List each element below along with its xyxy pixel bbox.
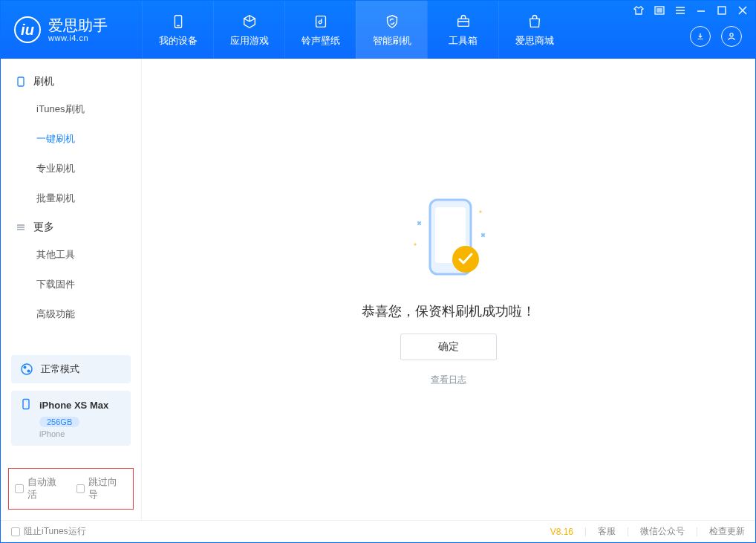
sidebar-item-itunes-flash[interactable]: iTunes刷机: [1, 94, 141, 124]
sidebar-section-flash: 刷机: [1, 68, 141, 94]
checkbox-icon: [11, 527, 20, 536]
svg-point-15: [730, 33, 733, 36]
checkbox-auto-activate[interactable]: 自动激活: [15, 476, 66, 501]
user-icon[interactable]: [721, 26, 742, 47]
app-subtitle: www.i4.cn: [48, 33, 108, 42]
svg-point-20: [22, 364, 32, 374]
svg-rect-2: [316, 16, 325, 27]
nav-smart-flash[interactable]: 智能刷机: [356, 1, 427, 59]
view-log-link[interactable]: 查看日志: [431, 374, 466, 386]
success-message: 恭喜您，保资料刷机成功啦！: [362, 302, 535, 320]
download-icon[interactable]: [690, 26, 711, 47]
sidebar: 刷机 iTunes刷机 一键刷机 专业刷机 批量刷机 更多 其他工具 下载固件 …: [1, 59, 142, 520]
success-illustration: [400, 192, 497, 289]
maximize-icon[interactable]: [717, 5, 727, 16]
nav-store[interactable]: 爱思商城: [498, 1, 570, 59]
device-icon: [169, 12, 188, 31]
list-icon[interactable]: [654, 5, 665, 16]
device-name: iPhone XS Max: [39, 400, 108, 411]
sidebar-item-one-click-flash[interactable]: 一键刷机: [1, 124, 141, 154]
svg-point-22: [27, 370, 30, 373]
header-right-icons: [690, 26, 742, 47]
sidebar-item-batch-flash[interactable]: 批量刷机: [1, 183, 141, 213]
sidebar-item-download-firmware[interactable]: 下载固件: [1, 270, 141, 299]
status-bar: 阻止iTunes运行 V8.16 客服 微信公众号 检查更新: [1, 520, 755, 542]
app-window: iu 爱思助手 www.i4.cn 我的设备 应用游戏 铃声壁纸 智能刷机: [0, 0, 756, 543]
shopping-bag-icon: [525, 12, 544, 31]
version-label: V8.16: [550, 527, 573, 537]
checkbox-block-itunes[interactable]: 阻止iTunes运行: [11, 525, 86, 538]
device-mode-card[interactable]: 正常模式: [11, 355, 131, 383]
device-card[interactable]: iPhone XS Max 256GB iPhone: [11, 391, 131, 446]
nav-apps-games[interactable]: 应用游戏: [213, 1, 284, 59]
app-title: 爱思助手: [48, 17, 108, 33]
device-type: iPhone: [39, 429, 122, 438]
toolbox-icon: [454, 12, 473, 31]
menu-icon[interactable]: [675, 5, 685, 16]
header: iu 爱思助手 www.i4.cn 我的设备 应用游戏 铃声壁纸 智能刷机: [1, 1, 755, 59]
cube-icon: [240, 12, 259, 31]
sidebar-section-more: 更多: [1, 213, 141, 240]
body: 刷机 iTunes刷机 一键刷机 专业刷机 批量刷机 更多 其他工具 下载固件 …: [1, 59, 755, 520]
svg-rect-23: [23, 400, 29, 409]
refresh-shield-icon: [382, 12, 402, 31]
phone-small-icon: [20, 398, 32, 412]
shirt-icon[interactable]: [633, 5, 644, 16]
sidebar-item-other-tools[interactable]: 其他工具: [1, 240, 141, 270]
svg-rect-16: [18, 77, 24, 86]
nav-ringtones-wallpapers[interactable]: 铃声壁纸: [284, 1, 356, 59]
music-note-icon: [311, 12, 330, 31]
status-link-update[interactable]: 检查更新: [709, 525, 745, 538]
svg-rect-12: [718, 7, 726, 14]
checkbox-skip-guide[interactable]: 跳过向导: [76, 476, 128, 501]
options-highlight-box: 自动激活 跳过向导: [8, 468, 134, 510]
nav-toolbox[interactable]: 工具箱: [427, 1, 498, 59]
close-icon[interactable]: [737, 5, 748, 16]
ok-button[interactable]: 确定: [400, 334, 497, 360]
window-controls: [633, 5, 748, 16]
main-content: 恭喜您，保资料刷机成功啦！ 确定 查看日志: [142, 59, 755, 520]
minimize-icon[interactable]: [696, 5, 706, 16]
status-link-support[interactable]: 客服: [598, 525, 616, 538]
sidebar-item-advanced[interactable]: 高级功能: [1, 299, 141, 329]
top-nav: 我的设备 应用游戏 铃声壁纸 智能刷机 工具箱 爱思商城: [142, 1, 570, 59]
logo-area: iu 爱思助手 www.i4.cn: [1, 1, 142, 59]
checkbox-icon: [15, 484, 24, 493]
status-link-wechat[interactable]: 微信公众号: [640, 525, 685, 538]
checkbox-icon: [76, 484, 85, 493]
sidebar-device-block: 正常模式 iPhone XS Max 256GB iPhone: [1, 349, 141, 453]
sidebar-item-pro-flash[interactable]: 专业刷机: [1, 154, 141, 183]
svg-rect-3: [457, 19, 469, 26]
list-small-icon: [16, 222, 26, 233]
svg-point-21: [24, 366, 27, 369]
nav-my-device[interactable]: 我的设备: [142, 1, 213, 59]
device-mode-label: 正常模式: [41, 362, 79, 376]
logo-icon: iu: [14, 16, 41, 43]
device-capacity: 256GB: [39, 417, 79, 427]
mode-icon: [20, 362, 33, 376]
phone-outline-icon: [16, 77, 26, 87]
